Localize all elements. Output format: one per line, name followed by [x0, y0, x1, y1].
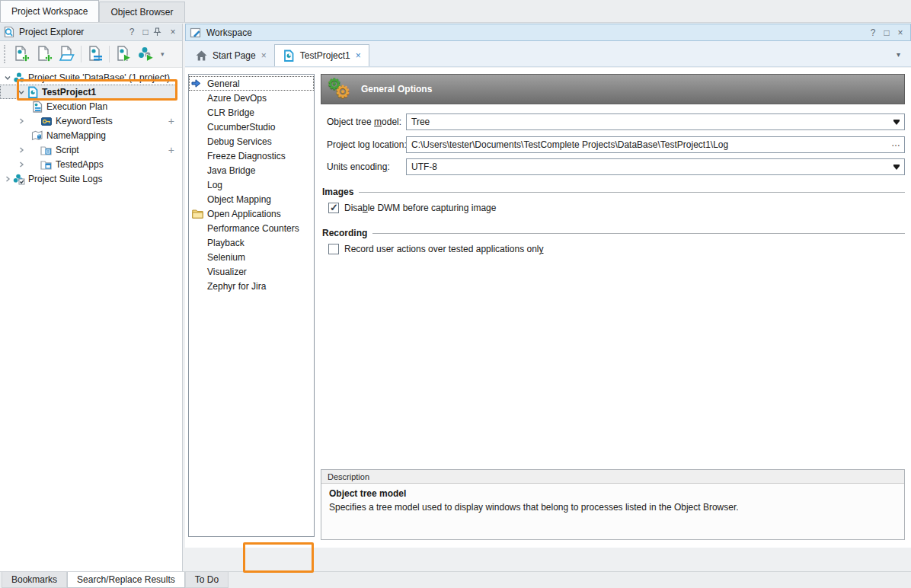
- maximize-icon[interactable]: □: [139, 27, 152, 37]
- toolbar-separator: [81, 46, 82, 62]
- recording-section-header: Recording: [321, 228, 905, 238]
- tree-item-keywordtests[interactable]: KeywordTests +: [0, 113, 182, 128]
- workspace-icon: [190, 27, 202, 39]
- category-azure-devops[interactable]: Azure DevOps: [189, 91, 314, 105]
- chevron-right-icon[interactable]: [17, 146, 26, 154]
- field-row-object-tree-model: Object tree model: Tree: [321, 113, 905, 130]
- tree-item-project-suite[interactable]: Project Suite 'DataBase' (1 project): [0, 70, 182, 85]
- category-java-bridge[interactable]: Java Bridge: [189, 163, 314, 177]
- project-explorer-panel: Project Explorer ? □ × ▾: [0, 24, 183, 571]
- toolbar-dropdown-icon[interactable]: ▾: [158, 50, 168, 58]
- namemapping-icon: [30, 129, 44, 142]
- chevron-right-icon[interactable]: [17, 161, 26, 168]
- run-project-button[interactable]: [112, 43, 135, 65]
- tree-item-script[interactable]: Script +: [0, 142, 182, 157]
- current-item-arrow-icon: [191, 78, 201, 88]
- tree-item-label: KeywordTests: [56, 116, 113, 126]
- chevron-down-icon[interactable]: [3, 74, 12, 81]
- category-label: Object Mapping: [207, 194, 271, 205]
- tree-item-project-suite-logs[interactable]: Project Suite Logs: [0, 171, 182, 186]
- category-freeze-diagnostics[interactable]: Freeze Diagnostics: [189, 149, 314, 163]
- category-selenium[interactable]: Selenium: [189, 250, 314, 264]
- tree-item-execution-plan[interactable]: Execution Plan: [0, 99, 182, 113]
- project-explorer-tree: Project Suite 'DataBase' (1 project) Tes…: [0, 70, 182, 186]
- add-item-icon[interactable]: +: [168, 115, 174, 127]
- tree-item-testproject1[interactable]: TestProject1: [0, 85, 177, 99]
- run-project-suite-button[interactable]: [135, 43, 158, 65]
- tree-item-namemapping[interactable]: NameMapping: [0, 128, 182, 142]
- close-icon[interactable]: ×: [894, 27, 906, 38]
- script-icon: [40, 144, 53, 156]
- category-visualizer[interactable]: Visualizer: [189, 264, 314, 279]
- project-log-location-input[interactable]: C:\Users\tester\Documents\TestComplete P…: [406, 136, 905, 153]
- close-icon[interactable]: ×: [167, 27, 179, 37]
- category-general[interactable]: General: [189, 76, 314, 91]
- toolbar-grip[interactable]: [4, 45, 8, 63]
- category-label: Performance Counters: [207, 223, 299, 234]
- maximize-icon[interactable]: □: [881, 27, 893, 38]
- category-playback[interactable]: Playback: [189, 235, 314, 250]
- help-icon[interactable]: ?: [126, 27, 138, 37]
- tab-label: TestProject1: [300, 50, 350, 61]
- tree-item-testedapps[interactable]: TestedApps: [0, 157, 182, 171]
- category-label: Azure DevOps: [207, 93, 267, 104]
- disable-dwm-label: Disable DWM before capturing image: [344, 203, 496, 213]
- pin-icon[interactable]: [153, 27, 165, 37]
- category-open-applications[interactable]: Open Applications: [189, 206, 314, 221]
- close-icon[interactable]: ×: [261, 50, 267, 61]
- category-label: Open Applications: [207, 209, 281, 219]
- tab-testproject1[interactable]: TestProject1 ×: [274, 44, 369, 66]
- units-encoding-label: Units encoding:: [321, 161, 406, 172]
- organize-execution-plan-button[interactable]: [84, 43, 107, 65]
- chevron-right-icon[interactable]: [3, 175, 12, 183]
- category-performance-counters[interactable]: Performance Counters: [189, 221, 314, 235]
- category-cucumberstudio[interactable]: CucumberStudio: [189, 120, 314, 134]
- units-encoding-combobox[interactable]: UTF-8: [406, 158, 905, 175]
- tree-item-label: Script: [56, 145, 79, 155]
- chevron-right-icon[interactable]: [17, 117, 26, 125]
- object-tree-model-combobox[interactable]: Tree: [406, 113, 905, 130]
- category-zephyr-for-jira[interactable]: Zephyr for Jira: [189, 279, 314, 293]
- description-box: Description Object tree model Specifies …: [321, 469, 905, 540]
- category-label: Playback: [207, 238, 245, 248]
- tab-search-replace-results[interactable]: Search/Replace Results: [67, 572, 185, 588]
- main-view-tab-bar: Project Workspace Object Browser: [0, 0, 911, 23]
- add-new-item-button[interactable]: [33, 43, 56, 65]
- description-body: Object tree model Specifies a tree model…: [321, 484, 904, 517]
- testedapps-icon: [40, 158, 53, 171]
- category-debug-services[interactable]: Debug Services: [189, 134, 314, 149]
- disable-dwm-checkbox[interactable]: [328, 203, 339, 213]
- category-label: Freeze Diagnostics: [207, 151, 286, 161]
- combobox-value: UTF-8: [411, 161, 437, 172]
- browse-button[interactable]: …: [891, 138, 901, 149]
- chevron-down-icon[interactable]: [893, 166, 900, 170]
- options-page-header: ⚙ ⚙ General Options: [321, 74, 905, 104]
- tab-list-dropdown-icon[interactable]: ▾: [897, 50, 900, 59]
- tab-bookmarks[interactable]: Bookmarks: [2, 572, 67, 588]
- category-label: Java Bridge: [207, 165, 255, 176]
- chevron-down-icon[interactable]: [893, 121, 900, 125]
- category-label: Debug Services: [207, 136, 272, 147]
- add-item-icon[interactable]: +: [168, 144, 174, 156]
- tab-to-do[interactable]: To Do: [185, 572, 229, 588]
- tab-object-browser[interactable]: Object Browser: [99, 2, 184, 22]
- workspace-title: Workspace: [206, 27, 865, 38]
- category-object-mapping[interactable]: Object Mapping: [189, 192, 314, 206]
- execution-plan-icon: [30, 101, 44, 113]
- gears-icon: ⚙ ⚙: [326, 76, 356, 104]
- add-new-project-button[interactable]: [10, 43, 33, 65]
- project-suite-icon: [12, 72, 26, 84]
- description-header: Description: [321, 470, 904, 484]
- open-item-button[interactable]: [56, 43, 78, 65]
- category-log[interactable]: Log: [189, 177, 314, 192]
- tree-item-label: TestProject1: [42, 87, 96, 97]
- tab-start-page[interactable]: Start Page ×: [188, 44, 274, 66]
- close-icon[interactable]: ×: [356, 50, 361, 61]
- record-user-actions-checkbox[interactable]: [328, 244, 339, 254]
- record-user-actions-label: Record user actions over tested applicat…: [344, 244, 543, 254]
- help-icon[interactable]: ?: [867, 27, 879, 38]
- chevron-down-icon[interactable]: [17, 88, 26, 96]
- tab-project-workspace[interactable]: Project Workspace: [0, 0, 99, 22]
- section-rule: [372, 233, 905, 234]
- category-clr-bridge[interactable]: CLR Bridge: [189, 105, 314, 120]
